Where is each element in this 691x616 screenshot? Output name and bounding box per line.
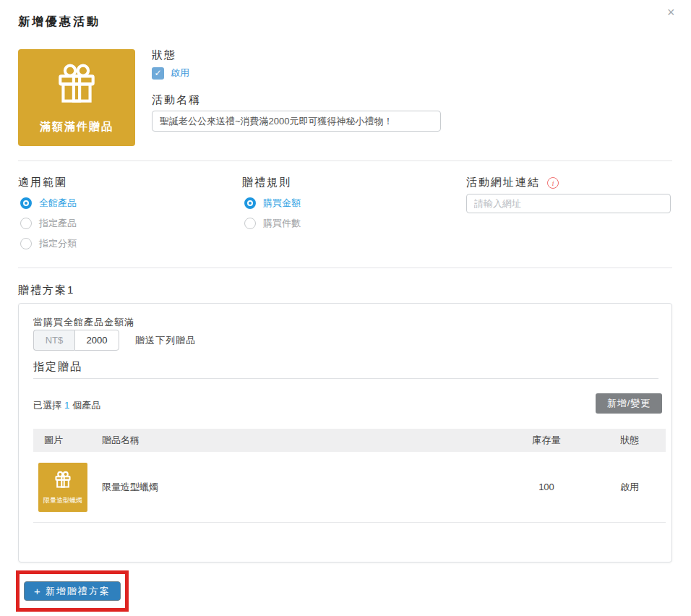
gift-name-cell: 限量造型蠟燭	[102, 481, 499, 494]
activity-name-input[interactable]	[152, 111, 441, 132]
header-gift-name: 贈品名稱	[102, 434, 499, 447]
amount-input-group: NT$ 贈送下列贈品	[33, 330, 196, 351]
stock-cell: 100	[499, 482, 593, 492]
radio-selected-icon	[244, 197, 256, 209]
radio-icon	[244, 218, 256, 229]
enabled-checkbox-label[interactable]: 啟用	[171, 67, 189, 80]
page-title: 新增優惠活動	[18, 14, 100, 30]
plus-icon: +	[34, 585, 40, 597]
gift-rule-label: 贈禮規則	[242, 176, 291, 189]
gift-thumbnail: 限量造型蠟燭	[38, 463, 87, 512]
status-checkbox-row: ✓ 啟用	[152, 67, 189, 80]
scope-label: 適用範圍	[18, 176, 67, 189]
gift-plan-title: 贈禮方案1	[18, 283, 74, 297]
info-icon[interactable]: i	[547, 177, 559, 189]
add-promotion-modal: 新增優惠活動 × 滿額滿件贈品 狀態 ✓ 啟用 活動名稱 適用範圍 全館產品	[0, 0, 691, 616]
rule-option-purchase-amount[interactable]: 購買金額	[244, 197, 301, 210]
designated-underline	[33, 378, 658, 379]
activity-name-label: 活動名稱	[152, 93, 201, 107]
activity-url-label: 活動網址連結 i	[466, 176, 559, 189]
amount-input[interactable]	[74, 330, 119, 351]
section-divider	[18, 161, 672, 161]
activity-url-input[interactable]	[466, 194, 671, 213]
header-status: 狀態	[593, 434, 666, 447]
radio-icon	[20, 238, 32, 249]
gift-plan-panel: 當購買全館產品金額滿 NT$ 贈送下列贈品 指定贈品 已選擇1個產品 新增/變更…	[18, 303, 672, 562]
promo-type-card: 滿額滿件贈品	[18, 49, 135, 146]
header-image: 圖片	[33, 434, 102, 447]
gift-table-header: 圖片 贈品名稱 庫存量 狀態	[33, 429, 666, 452]
gift-icon	[53, 463, 73, 492]
designated-gifts-label: 指定贈品	[33, 360, 82, 374]
close-icon[interactable]: ×	[667, 6, 675, 19]
table-row: 限量造型蠟燭 限量造型蠟燭 100 啟用	[33, 452, 666, 522]
header-stock: 庫存量	[499, 434, 593, 447]
enabled-checkbox[interactable]: ✓	[152, 67, 164, 80]
currency-prefix: NT$	[33, 330, 74, 351]
radio-icon	[20, 218, 32, 229]
selected-count-text: 已選擇1個產品	[33, 395, 100, 415]
status-label: 狀態	[152, 48, 176, 62]
status-cell: 啟用	[593, 481, 666, 494]
selected-count: 1	[61, 400, 72, 411]
scope-option-all-products[interactable]: 全館產品	[20, 197, 77, 210]
add-gift-plan-button[interactable]: + 新增贈禮方案	[24, 581, 121, 601]
section-divider	[18, 268, 672, 268]
gift-icon	[53, 49, 100, 110]
promo-type-label: 滿額滿件贈品	[40, 120, 113, 134]
thumbnail-caption: 限量造型蠟燭	[43, 496, 82, 505]
scope-option-specific-categories[interactable]: 指定分類	[20, 237, 77, 250]
scope-option-specific-products[interactable]: 指定產品	[20, 217, 77, 230]
add-change-button[interactable]: 新增/變更	[596, 393, 662, 414]
condition-label: 當購買全館產品金額滿	[33, 316, 134, 329]
rule-option-purchase-quantity[interactable]: 購買件數	[244, 217, 301, 230]
check-icon: ✓	[154, 68, 161, 78]
condition-suffix: 贈送下列贈品	[135, 334, 196, 347]
row-divider	[33, 522, 666, 523]
radio-selected-icon	[20, 197, 32, 209]
